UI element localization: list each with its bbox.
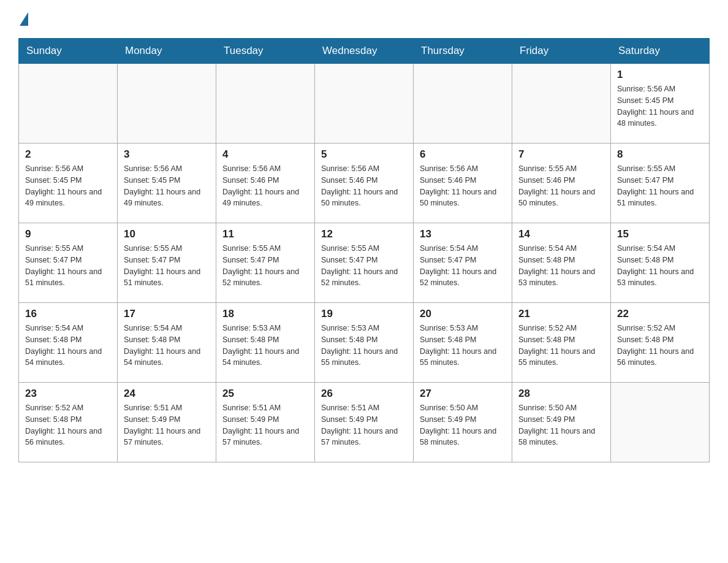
table-row: 24Sunrise: 5:51 AM Sunset: 5:49 PM Dayli…: [118, 383, 216, 462]
day-info: Sunrise: 5:54 AM Sunset: 5:48 PM Dayligh…: [25, 323, 111, 369]
day-number: 10: [124, 228, 210, 240]
day-number: 20: [420, 308, 506, 320]
day-number: 4: [222, 148, 308, 161]
day-number: 2: [25, 148, 111, 161]
table-row: [512, 64, 611, 144]
table-row: 4Sunrise: 5:56 AM Sunset: 5:46 PM Daylig…: [216, 144, 315, 223]
day-info: Sunrise: 5:56 AM Sunset: 5:45 PM Dayligh…: [124, 163, 210, 209]
table-row: [611, 383, 710, 462]
table-row: 28Sunrise: 5:50 AM Sunset: 5:49 PM Dayli…: [512, 383, 611, 462]
day-number: 7: [518, 148, 604, 161]
col-monday: Monday: [118, 39, 216, 64]
table-row: 20Sunrise: 5:53 AM Sunset: 5:48 PM Dayli…: [414, 303, 512, 383]
day-info: Sunrise: 5:56 AM Sunset: 5:46 PM Dayligh…: [321, 163, 407, 209]
day-number: 9: [25, 228, 111, 240]
table-row: 9Sunrise: 5:55 AM Sunset: 5:47 PM Daylig…: [19, 223, 118, 303]
table-row: 1Sunrise: 5:56 AM Sunset: 5:45 PM Daylig…: [611, 64, 710, 144]
day-number: 22: [617, 308, 703, 320]
day-info: Sunrise: 5:54 AM Sunset: 5:48 PM Dayligh…: [124, 323, 210, 369]
day-info: Sunrise: 5:51 AM Sunset: 5:49 PM Dayligh…: [321, 402, 407, 448]
day-info: Sunrise: 5:56 AM Sunset: 5:46 PM Dayligh…: [420, 163, 506, 209]
day-info: Sunrise: 5:55 AM Sunset: 5:47 PM Dayligh…: [321, 243, 407, 289]
table-row: 19Sunrise: 5:53 AM Sunset: 5:48 PM Dayli…: [315, 303, 414, 383]
table-row: 21Sunrise: 5:52 AM Sunset: 5:48 PM Dayli…: [512, 303, 611, 383]
col-friday: Friday: [512, 39, 611, 64]
table-row: 13Sunrise: 5:54 AM Sunset: 5:47 PM Dayli…: [414, 223, 512, 303]
day-number: 14: [518, 228, 604, 240]
calendar-table: Sunday Monday Tuesday Wednesday Thursday…: [18, 38, 710, 462]
day-number: 12: [321, 228, 407, 240]
day-info: Sunrise: 5:54 AM Sunset: 5:48 PM Dayligh…: [617, 243, 703, 289]
day-number: 21: [518, 308, 604, 320]
day-number: 28: [518, 388, 604, 400]
day-info: Sunrise: 5:55 AM Sunset: 5:47 PM Dayligh…: [617, 163, 703, 209]
table-row: 23Sunrise: 5:52 AM Sunset: 5:48 PM Dayli…: [19, 383, 118, 462]
col-sunday: Sunday: [19, 39, 118, 64]
table-row: [19, 64, 118, 144]
table-row: 17Sunrise: 5:54 AM Sunset: 5:48 PM Dayli…: [118, 303, 216, 383]
day-number: 13: [420, 228, 506, 240]
day-number: 16: [25, 308, 111, 320]
day-info: Sunrise: 5:51 AM Sunset: 5:49 PM Dayligh…: [124, 402, 210, 448]
day-info: Sunrise: 5:56 AM Sunset: 5:45 PM Dayligh…: [25, 163, 111, 209]
logo-triangle-icon: [20, 12, 28, 26]
day-info: Sunrise: 5:52 AM Sunset: 5:48 PM Dayligh…: [518, 323, 604, 369]
col-tuesday: Tuesday: [216, 39, 315, 64]
calendar-week-row: 2Sunrise: 5:56 AM Sunset: 5:45 PM Daylig…: [19, 144, 710, 223]
day-number: 3: [124, 148, 210, 161]
calendar-week-row: 9Sunrise: 5:55 AM Sunset: 5:47 PM Daylig…: [19, 223, 710, 303]
day-number: 6: [420, 148, 506, 161]
table-row: 3Sunrise: 5:56 AM Sunset: 5:45 PM Daylig…: [118, 144, 216, 223]
day-info: Sunrise: 5:55 AM Sunset: 5:47 PM Dayligh…: [25, 243, 111, 289]
table-row: 8Sunrise: 5:55 AM Sunset: 5:47 PM Daylig…: [611, 144, 710, 223]
day-info: Sunrise: 5:53 AM Sunset: 5:48 PM Dayligh…: [321, 323, 407, 369]
day-info: Sunrise: 5:51 AM Sunset: 5:49 PM Dayligh…: [222, 402, 308, 448]
table-row: 18Sunrise: 5:53 AM Sunset: 5:48 PM Dayli…: [216, 303, 315, 383]
table-row: [216, 64, 315, 144]
day-info: Sunrise: 5:53 AM Sunset: 5:48 PM Dayligh…: [222, 323, 308, 369]
day-number: 23: [25, 388, 111, 400]
day-number: 19: [321, 308, 407, 320]
table-row: 6Sunrise: 5:56 AM Sunset: 5:46 PM Daylig…: [414, 144, 512, 223]
day-info: Sunrise: 5:52 AM Sunset: 5:48 PM Dayligh…: [25, 402, 111, 448]
day-info: Sunrise: 5:53 AM Sunset: 5:48 PM Dayligh…: [420, 323, 506, 369]
col-thursday: Thursday: [414, 39, 512, 64]
table-row: 7Sunrise: 5:55 AM Sunset: 5:46 PM Daylig…: [512, 144, 611, 223]
table-row: 10Sunrise: 5:55 AM Sunset: 5:47 PM Dayli…: [118, 223, 216, 303]
table-row: 12Sunrise: 5:55 AM Sunset: 5:47 PM Dayli…: [315, 223, 414, 303]
table-row: 22Sunrise: 5:52 AM Sunset: 5:48 PM Dayli…: [611, 303, 710, 383]
weekday-header-row: Sunday Monday Tuesday Wednesday Thursday…: [19, 39, 710, 64]
day-number: 24: [124, 388, 210, 400]
table-row: [414, 64, 512, 144]
day-number: 27: [420, 388, 506, 400]
day-info: Sunrise: 5:56 AM Sunset: 5:45 PM Dayligh…: [617, 83, 703, 129]
calendar-week-row: 1Sunrise: 5:56 AM Sunset: 5:45 PM Daylig…: [19, 64, 710, 144]
day-number: 26: [321, 388, 407, 400]
table-row: [315, 64, 414, 144]
day-number: 8: [617, 148, 703, 161]
day-number: 17: [124, 308, 210, 320]
table-row: 16Sunrise: 5:54 AM Sunset: 5:48 PM Dayli…: [19, 303, 118, 383]
day-info: Sunrise: 5:55 AM Sunset: 5:47 PM Dayligh…: [222, 243, 308, 289]
day-info: Sunrise: 5:55 AM Sunset: 5:46 PM Dayligh…: [518, 163, 604, 209]
day-number: 15: [617, 228, 703, 240]
table-row: 27Sunrise: 5:50 AM Sunset: 5:49 PM Dayli…: [414, 383, 512, 462]
logo: [18, 12, 28, 26]
table-row: 25Sunrise: 5:51 AM Sunset: 5:49 PM Dayli…: [216, 383, 315, 462]
day-info: Sunrise: 5:55 AM Sunset: 5:47 PM Dayligh…: [124, 243, 210, 289]
table-row: 11Sunrise: 5:55 AM Sunset: 5:47 PM Dayli…: [216, 223, 315, 303]
day-info: Sunrise: 5:50 AM Sunset: 5:49 PM Dayligh…: [420, 402, 506, 448]
day-info: Sunrise: 5:56 AM Sunset: 5:46 PM Dayligh…: [222, 163, 308, 209]
col-saturday: Saturday: [611, 39, 710, 64]
day-info: Sunrise: 5:54 AM Sunset: 5:47 PM Dayligh…: [420, 243, 506, 289]
day-number: 5: [321, 148, 407, 161]
day-number: 18: [222, 308, 308, 320]
calendar-week-row: 16Sunrise: 5:54 AM Sunset: 5:48 PM Dayli…: [19, 303, 710, 383]
col-wednesday: Wednesday: [315, 39, 414, 64]
day-number: 11: [222, 228, 308, 240]
calendar-week-row: 23Sunrise: 5:52 AM Sunset: 5:48 PM Dayli…: [19, 383, 710, 462]
day-info: Sunrise: 5:50 AM Sunset: 5:49 PM Dayligh…: [518, 402, 604, 448]
day-number: 1: [617, 69, 703, 81]
page-header: [18, 12, 710, 26]
table-row: [118, 64, 216, 144]
